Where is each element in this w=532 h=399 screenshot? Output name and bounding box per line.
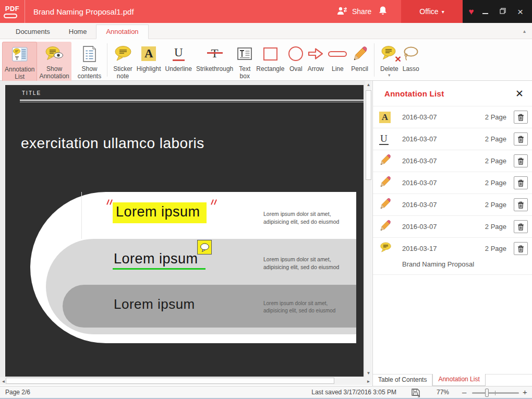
annotation-list-item[interactable]: 2016-03-072 Page [373, 150, 532, 172]
office-label: Office [419, 7, 438, 16]
annotation-note-text: Brand Naming Proposal [373, 259, 532, 275]
pencil-annotation-icon [379, 176, 391, 190]
share-button[interactable]: Share [333, 0, 376, 23]
annotation-list-item[interactable]: 2016-03-172 Page [373, 237, 532, 259]
lasso-button[interactable]: Lasso [401, 42, 421, 74]
annotation-list-item[interactable]: 2016-03-072 Page [373, 172, 532, 194]
horizontal-scroll-thumb[interactable] [6, 378, 334, 384]
scroll-down-icon[interactable]: ▼ [365, 371, 372, 376]
tab-home[interactable]: Home [59, 25, 96, 39]
underline-annotation[interactable]: Lorem ipsum [113, 251, 205, 270]
zoom-in-button[interactable]: + [523, 388, 527, 396]
annotation-page: 2 Page [485, 201, 506, 209]
scroll-right-icon[interactable]: ► [365, 379, 372, 384]
arrow-button[interactable]: Arrow [305, 42, 326, 74]
rectangle-icon [263, 47, 277, 61]
favorite-heart-icon[interactable]: ♥ [468, 7, 474, 16]
annotation-list-title: Annotation List [384, 89, 444, 98]
delete-annotation-button[interactable] [514, 198, 528, 211]
tab-documents[interactable]: Documents [6, 25, 59, 39]
arrow-label: Arrow [308, 65, 324, 72]
tab-annotation[interactable]: Annotation [96, 25, 148, 39]
show-contents-button[interactable]: Show contents [76, 42, 103, 81]
rectangle-button[interactable]: Rectangle [254, 42, 286, 74]
annotation-page: 2 Page [485, 157, 506, 165]
scroll-up-icon[interactable]: ▲ [365, 82, 372, 87]
delete-annotation-button[interactable] [514, 154, 528, 167]
annotation-toolbar: Annotation List Show Annotation Show con… [0, 39, 532, 81]
annotation-list-item[interactable]: A2016-03-072 Page [373, 106, 532, 128]
zoom-out-button[interactable]: – [462, 388, 466, 396]
delete-annotation-button[interactable] [514, 220, 528, 233]
show-contents-label: Show contents [78, 65, 101, 80]
delete-annotation-button[interactable] [514, 111, 528, 124]
trash-icon [517, 179, 524, 187]
restore-button[interactable] [497, 7, 509, 16]
annotation-date: 2016-03-07 [402, 179, 437, 187]
close-panel-icon[interactable]: ✕ [515, 89, 524, 99]
delete-annotation-button[interactable] [514, 242, 528, 255]
highlight-annotation-icon: A [379, 112, 391, 123]
collapse-ribbon-icon[interactable]: ▴ [523, 28, 526, 34]
oval-button[interactable]: Oval [286, 42, 305, 74]
sticker-note-button[interactable]: Sticker note [111, 42, 135, 81]
panel-bottom-tabs: Table of Contents Annotation List [373, 374, 532, 386]
sticker-note-label: Sticker note [113, 65, 132, 80]
delete-label: Delete [380, 65, 398, 72]
vertical-scrollbar[interactable]: ▲ ▼ [365, 81, 372, 377]
restore-icon [500, 8, 506, 14]
show-annotation-button[interactable]: Show Annotation [37, 42, 71, 82]
highlight-button[interactable]: A Highlight [135, 42, 163, 74]
slide-heading: exercitation ullamco laboris [21, 135, 204, 152]
tab-annotation-list[interactable]: Annotation List [432, 374, 485, 386]
zoom-slider-track[interactable] [472, 392, 519, 394]
minimize-button[interactable] [480, 7, 491, 16]
sticker-annotation-icon [379, 242, 392, 255]
diagram-row-desc: Lorem ipsum dolor sit amet, adipisicing … [263, 256, 362, 271]
highlight-label: Highlight [137, 65, 161, 72]
document-title: Brand Naming Proposal1.pdf [33, 7, 134, 16]
annotation-date: 2016-03-07 [402, 113, 437, 121]
rectangle-label: Rectangle [256, 65, 284, 72]
annotation-list-item[interactable]: 2016-03-072 Page [373, 215, 532, 237]
annotation-list-button[interactable]: Annotation List [2, 42, 37, 82]
annotation-panel-group: Annotation List Show Annotation [2, 42, 71, 82]
zoom-slider-handle[interactable] [485, 389, 489, 397]
text-box-button[interactable]: Text box [235, 42, 254, 81]
line-button[interactable]: Line [326, 42, 349, 74]
office-menu-button[interactable]: Office ▾ [401, 0, 463, 23]
notifications-button[interactable] [374, 0, 391, 23]
delete-annotation-button[interactable] [514, 176, 528, 189]
diagram-row-desc: Lorem ipsum dolor sit amet, adipisicing … [263, 210, 362, 225]
delete-x-mark: × [395, 53, 401, 64]
pencil-button[interactable]: Pencil [349, 42, 370, 74]
strikethrough-label: Strikethrough [196, 65, 233, 72]
annotation-list-label: Annotation List [5, 66, 34, 81]
vertical-scroll-thumb[interactable] [366, 90, 371, 180]
app-logo-label: PDF [5, 5, 20, 13]
app-logo[interactable]: PDF [0, 0, 25, 23]
pencil-mark-annotation[interactable] [212, 199, 219, 207]
highlight-annotation[interactable]: Lorem ipsum [113, 202, 207, 223]
highlight-icon: A [141, 46, 156, 61]
tab-table-of-contents[interactable]: Table of Contents [373, 374, 432, 386]
strikethrough-button[interactable]: T Strikethrough [194, 42, 235, 74]
trash-icon [517, 114, 524, 121]
share-label: Share [352, 7, 371, 16]
horizontal-scrollbar[interactable]: ◄ ► [0, 377, 372, 385]
minimize-icon [482, 13, 488, 14]
annotation-list-item[interactable]: U2016-03-072 Page [373, 128, 532, 150]
trash-icon [517, 223, 524, 231]
annotation-list-item[interactable]: 2016-03-072 Page [373, 194, 532, 215]
underline-button[interactable]: U Underline [163, 42, 194, 74]
oval-label: Oval [289, 65, 303, 72]
diagram-row-desc: Lorem ipsum dolor sit amet, adipisicing … [263, 300, 362, 315]
annotation-page: 2 Page [485, 223, 506, 231]
toolbar-separator [374, 43, 374, 77]
zoom-level: 77% [437, 389, 449, 396]
save-icon[interactable] [412, 389, 420, 399]
delete-button[interactable]: × Delete ▾ [378, 42, 401, 79]
delete-annotation-button[interactable] [514, 132, 528, 146]
trash-icon [517, 158, 524, 165]
close-button[interactable]: × [515, 7, 526, 17]
